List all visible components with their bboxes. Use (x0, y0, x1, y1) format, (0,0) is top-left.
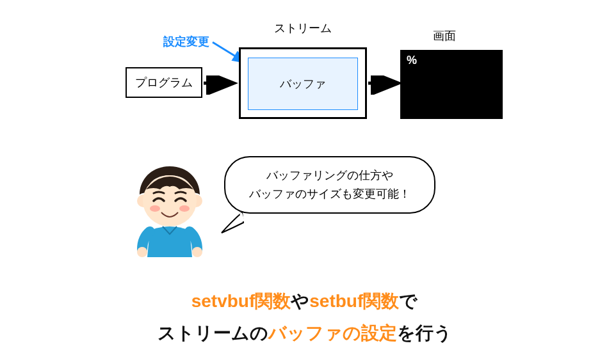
buffer-label: バッファ (280, 76, 326, 91)
caption-ya: や (291, 291, 309, 311)
speech-bubble: バッファリングの仕方や バッファのサイズも変更可能！ (224, 156, 435, 214)
caption-setvbuf: setvbuf関数 (191, 291, 291, 311)
caption-okonau: を行う (397, 323, 452, 343)
caption-buffer-setting: バッファの設定 (268, 323, 397, 343)
screen-box: % (400, 50, 503, 119)
program-label: プログラム (135, 75, 193, 90)
svg-point-7 (179, 205, 190, 212)
program-to-stream-arrow-icon (202, 75, 241, 95)
bubble-line1: バッファリングの仕方や (238, 166, 421, 185)
setting-change-label: 設定変更 (163, 34, 209, 49)
svg-point-6 (150, 205, 160, 212)
buffer-box: バッファ (248, 58, 358, 110)
svg-point-9 (192, 247, 202, 257)
screen-label: 画面 (433, 28, 456, 44)
stream-to-screen-arrow-icon (367, 75, 405, 95)
svg-point-8 (137, 247, 147, 257)
caption: setvbuf関数やsetbuf関数で ストリームのバッファの設定を行う (0, 285, 609, 350)
screen-prompt: % (407, 54, 417, 67)
program-box: プログラム (126, 67, 202, 98)
bubble-line2: バッファのサイズも変更可能！ (238, 185, 421, 203)
caption-de: で (399, 291, 418, 311)
stream-label: ストリーム (274, 20, 332, 36)
character-boy-icon (128, 161, 211, 257)
speech-bubble-tail-icon (219, 211, 245, 237)
caption-setbuf: setbuf関数 (309, 291, 399, 311)
caption-stream: ストリームの (158, 323, 268, 343)
